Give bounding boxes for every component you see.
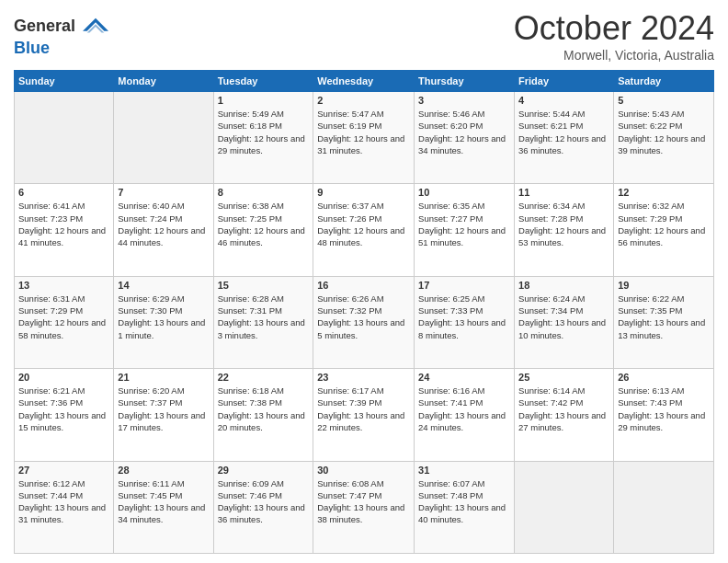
- day-info: Sunrise: 6:31 AMSunset: 7:29 PMDaylight:…: [18, 293, 109, 341]
- day-info: Sunrise: 6:29 AMSunset: 7:30 PMDaylight:…: [118, 293, 209, 341]
- day-number: 8: [218, 187, 310, 198]
- day-info: Sunrise: 5:43 AMSunset: 6:22 PMDaylight:…: [618, 108, 710, 156]
- day-info: Sunrise: 6:18 AMSunset: 7:38 PMDaylight:…: [218, 385, 310, 433]
- day-info: Sunrise: 6:24 AMSunset: 7:34 PMDaylight:…: [518, 293, 609, 341]
- table-row: 25Sunrise: 6:14 AMSunset: 7:42 PMDayligh…: [515, 369, 614, 461]
- header: General Blue October 2024 Morwell, Victo…: [14, 9, 714, 63]
- day-info: Sunrise: 6:16 AMSunset: 7:41 PMDaylight:…: [418, 385, 510, 433]
- page: General Blue October 2024 Morwell, Victo…: [0, 0, 728, 563]
- day-info: Sunrise: 6:37 AMSunset: 7:26 PMDaylight:…: [317, 200, 410, 248]
- calendar-table: Sunday Monday Tuesday Wednesday Thursday…: [14, 70, 714, 554]
- day-number: 11: [518, 187, 609, 198]
- day-number: 7: [118, 187, 209, 198]
- table-row: 30Sunrise: 6:08 AMSunset: 7:47 PMDayligh…: [313, 461, 415, 553]
- table-row: 6Sunrise: 6:41 AMSunset: 7:23 PMDaylight…: [15, 184, 114, 276]
- logo-blue-text: Blue: [14, 39, 50, 57]
- table-row: 15Sunrise: 6:28 AMSunset: 7:31 PMDayligh…: [213, 276, 313, 368]
- day-info: Sunrise: 6:22 AMSunset: 7:35 PMDaylight:…: [618, 293, 710, 341]
- table-row: 17Sunrise: 6:25 AMSunset: 7:33 PMDayligh…: [415, 276, 515, 368]
- header-sunday: Sunday: [15, 71, 114, 92]
- day-info: Sunrise: 6:25 AMSunset: 7:33 PMDaylight:…: [418, 293, 510, 341]
- day-number: 29: [218, 465, 310, 476]
- day-number: 27: [18, 465, 109, 476]
- table-row: 21Sunrise: 6:20 AMSunset: 7:37 PMDayligh…: [114, 369, 213, 461]
- day-number: 19: [618, 280, 710, 291]
- day-number: 10: [418, 187, 510, 198]
- table-row: 29Sunrise: 6:09 AMSunset: 7:46 PMDayligh…: [213, 461, 313, 553]
- day-info: Sunrise: 6:41 AMSunset: 7:23 PMDaylight:…: [18, 200, 109, 248]
- calendar-week-row: 1Sunrise: 5:49 AMSunset: 6:18 PMDaylight…: [15, 92, 714, 184]
- table-row: 5Sunrise: 5:43 AMSunset: 6:22 PMDaylight…: [614, 92, 714, 184]
- day-info: Sunrise: 6:13 AMSunset: 7:43 PMDaylight:…: [618, 385, 710, 433]
- logo: General Blue: [14, 14, 108, 58]
- day-number: 15: [218, 280, 310, 291]
- day-number: 23: [317, 372, 410, 383]
- day-info: Sunrise: 5:46 AMSunset: 6:20 PMDaylight:…: [418, 108, 510, 156]
- table-row: 31Sunrise: 6:07 AMSunset: 7:48 PMDayligh…: [415, 461, 515, 553]
- day-info: Sunrise: 6:11 AMSunset: 7:45 PMDaylight:…: [118, 477, 209, 526]
- calendar-week-row: 13Sunrise: 6:31 AMSunset: 7:29 PMDayligh…: [15, 276, 714, 368]
- table-row: 14Sunrise: 6:29 AMSunset: 7:30 PMDayligh…: [114, 276, 213, 368]
- table-row: [515, 461, 614, 553]
- day-number: 2: [317, 95, 410, 106]
- header-saturday: Saturday: [614, 71, 714, 92]
- day-number: 3: [418, 95, 510, 106]
- day-info: Sunrise: 6:07 AMSunset: 7:48 PMDaylight:…: [418, 477, 510, 526]
- day-number: 31: [418, 465, 510, 476]
- header-friday: Friday: [515, 71, 614, 92]
- table-row: 10Sunrise: 6:35 AMSunset: 7:27 PMDayligh…: [415, 184, 515, 276]
- day-number: 22: [218, 372, 310, 383]
- day-number: 28: [118, 465, 209, 476]
- table-row: [614, 461, 714, 553]
- day-info: Sunrise: 6:21 AMSunset: 7:36 PMDaylight:…: [18, 385, 109, 433]
- table-row: [114, 92, 213, 184]
- day-info: Sunrise: 6:32 AMSunset: 7:29 PMDaylight:…: [618, 200, 710, 248]
- day-number: 5: [618, 95, 710, 106]
- table-row: 8Sunrise: 6:38 AMSunset: 7:25 PMDaylight…: [213, 184, 313, 276]
- day-info: Sunrise: 6:08 AMSunset: 7:47 PMDaylight:…: [317, 477, 410, 526]
- day-number: 17: [418, 280, 510, 291]
- logo-general-text: General: [14, 17, 75, 35]
- day-info: Sunrise: 6:12 AMSunset: 7:44 PMDaylight:…: [18, 477, 109, 526]
- day-info: Sunrise: 6:40 AMSunset: 7:24 PMDaylight:…: [118, 200, 209, 248]
- day-number: 18: [518, 280, 609, 291]
- day-number: 14: [118, 280, 209, 291]
- table-row: 2Sunrise: 5:47 AMSunset: 6:19 PMDaylight…: [313, 92, 415, 184]
- day-number: 20: [18, 372, 109, 383]
- calendar-week-row: 20Sunrise: 6:21 AMSunset: 7:36 PMDayligh…: [15, 369, 714, 461]
- day-info: Sunrise: 5:44 AMSunset: 6:21 PMDaylight:…: [518, 108, 609, 156]
- table-row: 26Sunrise: 6:13 AMSunset: 7:43 PMDayligh…: [614, 369, 714, 461]
- table-row: 24Sunrise: 6:16 AMSunset: 7:41 PMDayligh…: [415, 369, 515, 461]
- calendar-header-row: Sunday Monday Tuesday Wednesday Thursday…: [15, 71, 714, 92]
- table-row: 23Sunrise: 6:17 AMSunset: 7:39 PMDayligh…: [313, 369, 415, 461]
- day-number: 24: [418, 372, 510, 383]
- title-area: October 2024 Morwell, Victoria, Australi…: [514, 9, 714, 63]
- day-info: Sunrise: 6:14 AMSunset: 7:42 PMDaylight:…: [518, 385, 609, 433]
- table-row: 7Sunrise: 6:40 AMSunset: 7:24 PMDaylight…: [114, 184, 213, 276]
- day-info: Sunrise: 6:35 AMSunset: 7:27 PMDaylight:…: [418, 200, 510, 248]
- day-number: 25: [518, 372, 609, 383]
- day-info: Sunrise: 6:38 AMSunset: 7:25 PMDaylight:…: [218, 200, 310, 248]
- day-number: 12: [618, 187, 710, 198]
- day-info: Sunrise: 6:26 AMSunset: 7:32 PMDaylight:…: [317, 293, 410, 341]
- table-row: 11Sunrise: 6:34 AMSunset: 7:28 PMDayligh…: [515, 184, 614, 276]
- table-row: 27Sunrise: 6:12 AMSunset: 7:44 PMDayligh…: [15, 461, 114, 553]
- table-row: 3Sunrise: 5:46 AMSunset: 6:20 PMDaylight…: [415, 92, 515, 184]
- day-info: Sunrise: 6:09 AMSunset: 7:46 PMDaylight:…: [218, 477, 310, 526]
- table-row: 22Sunrise: 6:18 AMSunset: 7:38 PMDayligh…: [213, 369, 313, 461]
- day-number: 16: [317, 280, 410, 291]
- header-thursday: Thursday: [415, 71, 515, 92]
- day-number: 13: [18, 280, 109, 291]
- table-row: 13Sunrise: 6:31 AMSunset: 7:29 PMDayligh…: [15, 276, 114, 368]
- location: Morwell, Victoria, Australia: [514, 48, 714, 63]
- month-title: October 2024: [514, 9, 714, 48]
- table-row: 9Sunrise: 6:37 AMSunset: 7:26 PMDaylight…: [313, 184, 415, 276]
- table-row: 12Sunrise: 6:32 AMSunset: 7:29 PMDayligh…: [614, 184, 714, 276]
- day-number: 26: [618, 372, 710, 383]
- day-info: Sunrise: 6:34 AMSunset: 7:28 PMDaylight:…: [518, 200, 609, 248]
- table-row: [15, 92, 114, 184]
- table-row: 28Sunrise: 6:11 AMSunset: 7:45 PMDayligh…: [114, 461, 213, 553]
- table-row: 19Sunrise: 6:22 AMSunset: 7:35 PMDayligh…: [614, 276, 714, 368]
- day-info: Sunrise: 5:49 AMSunset: 6:18 PMDaylight:…: [218, 108, 310, 156]
- header-monday: Monday: [114, 71, 213, 92]
